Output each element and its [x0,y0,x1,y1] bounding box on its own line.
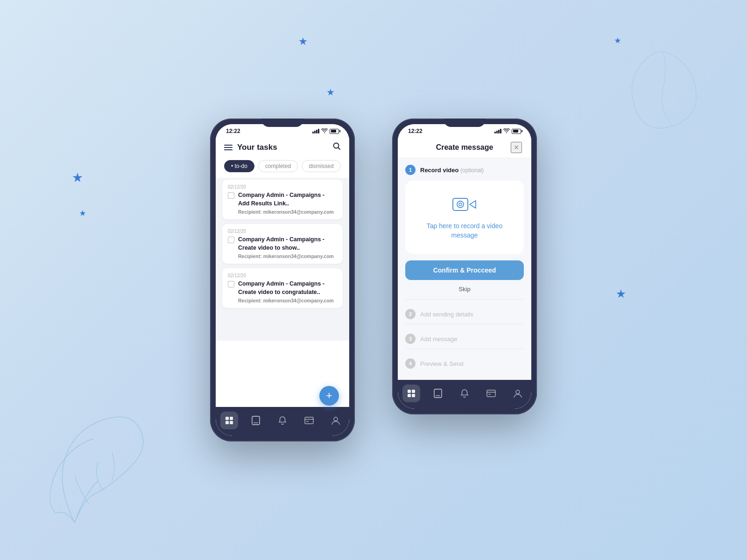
step3-label: Add message [420,336,458,343]
decorative-star-5 [616,289,626,299]
recipient-email: mikeronson34@company.com [263,298,334,303]
wifi-icon [503,128,510,134]
skip-button[interactable]: Skip [405,284,524,294]
svg-rect-11 [453,198,468,210]
svg-rect-17 [412,394,415,397]
modal-title: Create message [418,143,511,152]
svg-rect-15 [412,390,415,393]
task-title-row: Company Admin - Campaigns - Create video… [228,236,337,252]
video-record-area[interactable]: Tap here to record a video message [405,181,524,254]
confirm-proceed-button[interactable]: Confirm & Procceed [405,260,524,280]
recipient-label: Recipient: [238,253,262,259]
decorative-star-2 [72,173,83,183]
svg-point-10 [334,417,338,421]
svg-rect-4 [230,421,233,424]
phone1-screen: 12:22 [216,124,349,436]
task-checkbox[interactable] [228,237,234,243]
phones-container: 12:22 [210,119,537,441]
decorative-star-1 [299,37,307,46]
svg-rect-18 [434,389,442,398]
step3-badge: 3 [405,334,416,344]
phone2-screen: 12:22 [398,124,531,409]
phone2-notch [444,119,486,127]
modal-content: 1 Record video (optional) [398,158,531,380]
phone1-status-icons [312,128,339,134]
phone1-time: 12:22 [226,128,240,134]
step4-label: Preview & Send [420,360,464,367]
svg-rect-3 [226,421,229,424]
modal-header: Create message × [398,136,531,158]
phone2-status-icons [494,128,521,134]
tasks-header: Your tasks [216,136,349,157]
divider [405,324,524,324]
step4-badge: 4 [405,358,416,369]
decorative-shape-tr [626,47,700,131]
search-button[interactable] [332,142,341,153]
tab-dismissed[interactable]: dismissed [302,160,340,172]
step4-row: 4 Preview & Send [405,354,524,373]
decorative-leaf [37,392,159,532]
svg-rect-14 [408,390,411,393]
step2-label: Add sending details [420,311,473,318]
add-task-fab[interactable]: + [319,386,339,406]
nav2-bell[interactable] [456,385,473,402]
divider [405,349,524,349]
task-title-row: Company Admin - Campaigns - Create video… [228,280,337,296]
step3-row: 3 Add message [405,329,524,349]
nav-user[interactable] [327,412,345,429]
task-checkbox[interactable] [228,192,234,199]
step1-label: Record video (optional) [420,167,484,174]
phone1-content: Your tasks • to-do completed dismissed [216,136,349,407]
task-recipient: Recipient: mikeronson34@company.com [238,209,337,215]
nav2-card[interactable] [482,385,500,402]
step2-row: 2 Add sending details [405,304,524,324]
task-title: Company Admin - Campaigns - Create video… [238,236,337,252]
nav-home[interactable] [220,412,238,429]
recipient-email: mikeronson34@company.com [263,253,334,259]
nav2-home[interactable] [402,385,420,402]
nav-bell[interactable] [274,412,291,429]
phone1-notch [261,119,303,127]
bottom-navigation-2 [398,380,531,409]
tab-completed[interactable]: completed [258,160,298,172]
nav-tablet[interactable] [247,412,265,429]
svg-rect-1 [226,417,229,420]
svg-rect-16 [408,394,411,397]
menu-button[interactable] [224,145,233,150]
decorative-star-3 [79,210,86,217]
tab-todo[interactable]: • to-do [224,160,254,172]
task-recipient: Recipient: mikeronson34@company.com [238,253,337,259]
nav-card[interactable] [300,412,318,429]
svg-point-0 [334,143,339,148]
svg-rect-5 [252,416,260,425]
task-item[interactable]: 02/12/20 Company Admin - Campaigns - Cre… [222,224,343,264]
task-date: 02/12/20 [228,184,337,189]
task-item[interactable]: 02/12/20 Company Admin - Campaigns - Cre… [222,268,343,308]
video-camera-icon [452,195,477,216]
decorative-star-4 [327,89,334,96]
svg-point-23 [516,390,520,394]
recipient-label: Recipient: [238,298,262,303]
task-list: 02/12/20 Company Admin - Campaigns - Add… [216,178,349,341]
decorative-star-6 [614,37,621,44]
svg-point-12 [457,201,464,208]
nav2-user[interactable] [509,385,527,402]
task-recipient: Recipient: mikeronson34@company.com [238,298,337,303]
task-checkbox[interactable] [228,281,234,287]
task-item[interactable]: 02/12/20 Company Admin - Campaigns - Add… [222,180,343,219]
task-title-row: Company Admin - Campaigns - Add Results … [228,191,337,208]
svg-rect-20 [487,390,495,397]
task-date: 02/12/20 [228,273,337,278]
close-modal-button[interactable]: × [511,142,522,153]
svg-rect-2 [230,417,233,420]
recipient-label: Recipient: [238,209,262,215]
app-title: Your tasks [237,143,277,152]
wifi-icon [321,128,328,134]
phone-2: 12:22 [392,119,537,414]
nav2-tablet[interactable] [429,385,447,402]
svg-rect-7 [305,417,313,424]
bottom-navigation [216,407,349,436]
svg-point-13 [459,203,462,206]
task-tabs: • to-do completed dismissed [216,157,349,178]
task-title: Company Admin - Campaigns - Create video… [238,280,337,296]
